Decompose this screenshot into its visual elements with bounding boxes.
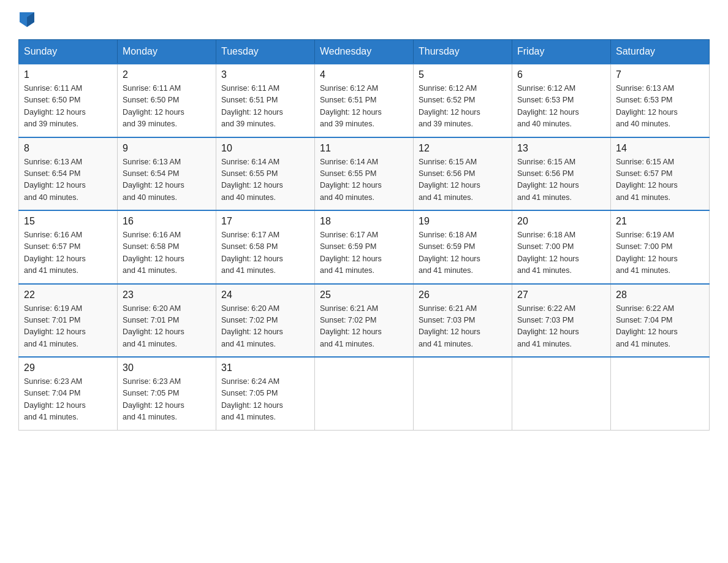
calendar-cell: 1 Sunrise: 6:11 AM Sunset: 6:50 PM Dayli… xyxy=(19,64,118,137)
day-info: Sunrise: 6:15 AM Sunset: 6:57 PM Dayligh… xyxy=(616,156,704,204)
day-number: 3 xyxy=(221,69,309,80)
calendar-cell xyxy=(414,357,512,430)
day-number: 14 xyxy=(616,143,704,154)
calendar-cell: 22 Sunrise: 6:19 AM Sunset: 7:01 PM Dayl… xyxy=(19,284,118,358)
day-number: 26 xyxy=(419,289,507,301)
calendar-cell: 6 Sunrise: 6:12 AM Sunset: 6:53 PM Dayli… xyxy=(512,64,611,137)
day-info: Sunrise: 6:16 AM Sunset: 6:58 PM Dayligh… xyxy=(123,229,211,277)
day-number: 22 xyxy=(24,289,112,301)
day-number: 27 xyxy=(517,289,605,301)
day-info: Sunrise: 6:18 AM Sunset: 7:00 PM Dayligh… xyxy=(517,229,605,277)
calendar-cell: 12 Sunrise: 6:15 AM Sunset: 6:56 PM Dayl… xyxy=(414,137,512,211)
header-tuesday: Tuesday xyxy=(216,40,315,64)
calendar-cell xyxy=(611,357,710,430)
day-number: 7 xyxy=(616,69,704,80)
day-info: Sunrise: 6:12 AM Sunset: 6:52 PM Dayligh… xyxy=(419,83,507,131)
day-number: 6 xyxy=(517,69,605,80)
day-number: 29 xyxy=(24,362,112,373)
calendar-cell: 31 Sunrise: 6:24 AM Sunset: 7:05 PM Dayl… xyxy=(216,357,315,430)
calendar-cell: 25 Sunrise: 6:21 AM Sunset: 7:02 PM Dayl… xyxy=(315,284,414,358)
day-number: 13 xyxy=(517,143,605,154)
logo-icon xyxy=(20,12,34,27)
day-number: 5 xyxy=(419,69,507,80)
week-row-3: 15 Sunrise: 6:16 AM Sunset: 6:57 PM Dayl… xyxy=(19,210,710,284)
calendar-cell: 4 Sunrise: 6:12 AM Sunset: 6:51 PM Dayli… xyxy=(315,64,414,137)
day-number: 9 xyxy=(123,143,211,154)
day-number: 17 xyxy=(221,216,309,227)
day-info: Sunrise: 6:14 AM Sunset: 6:55 PM Dayligh… xyxy=(320,156,408,204)
day-number: 16 xyxy=(123,216,211,227)
day-info: Sunrise: 6:13 AM Sunset: 6:53 PM Dayligh… xyxy=(616,83,704,131)
day-info: Sunrise: 6:20 AM Sunset: 7:02 PM Dayligh… xyxy=(221,303,309,351)
day-info: Sunrise: 6:14 AM Sunset: 6:55 PM Dayligh… xyxy=(221,156,309,204)
day-info: Sunrise: 6:17 AM Sunset: 6:58 PM Dayligh… xyxy=(221,229,309,277)
header-wednesday: Wednesday xyxy=(315,40,414,64)
day-number: 12 xyxy=(419,143,507,154)
day-number: 21 xyxy=(616,216,704,227)
calendar-cell: 3 Sunrise: 6:11 AM Sunset: 6:51 PM Dayli… xyxy=(216,64,315,137)
header-row: SundayMondayTuesdayWednesdayThursdayFrid… xyxy=(19,40,710,64)
calendar-cell xyxy=(512,357,611,430)
calendar-cell: 20 Sunrise: 6:18 AM Sunset: 7:00 PM Dayl… xyxy=(512,210,611,284)
day-number: 4 xyxy=(320,69,408,80)
calendar-cell: 9 Sunrise: 6:13 AM Sunset: 6:54 PM Dayli… xyxy=(118,137,216,211)
header-friday: Friday xyxy=(512,40,611,64)
day-info: Sunrise: 6:15 AM Sunset: 6:56 PM Dayligh… xyxy=(419,156,507,204)
header-thursday: Thursday xyxy=(414,40,512,64)
calendar-cell: 5 Sunrise: 6:12 AM Sunset: 6:52 PM Dayli… xyxy=(414,64,512,137)
header-sunday: Sunday xyxy=(19,40,118,64)
calendar-cell: 23 Sunrise: 6:20 AM Sunset: 7:01 PM Dayl… xyxy=(118,284,216,358)
day-number: 24 xyxy=(221,289,309,301)
day-number: 30 xyxy=(123,362,211,373)
day-info: Sunrise: 6:22 AM Sunset: 7:03 PM Dayligh… xyxy=(517,303,605,351)
day-number: 18 xyxy=(320,216,408,227)
calendar-cell: 27 Sunrise: 6:22 AM Sunset: 7:03 PM Dayl… xyxy=(512,284,611,358)
week-row-1: 1 Sunrise: 6:11 AM Sunset: 6:50 PM Dayli… xyxy=(19,64,710,137)
day-info: Sunrise: 6:23 AM Sunset: 7:04 PM Dayligh… xyxy=(24,376,112,424)
calendar-cell: 26 Sunrise: 6:21 AM Sunset: 7:03 PM Dayl… xyxy=(414,284,512,358)
day-info: Sunrise: 6:23 AM Sunset: 7:05 PM Dayligh… xyxy=(123,376,211,424)
day-number: 20 xyxy=(517,216,605,227)
calendar-cell: 29 Sunrise: 6:23 AM Sunset: 7:04 PM Dayl… xyxy=(19,357,118,430)
day-info: Sunrise: 6:12 AM Sunset: 6:53 PM Dayligh… xyxy=(517,83,605,131)
day-info: Sunrise: 6:24 AM Sunset: 7:05 PM Dayligh… xyxy=(221,376,309,424)
day-info: Sunrise: 6:11 AM Sunset: 6:51 PM Dayligh… xyxy=(221,83,309,131)
day-info: Sunrise: 6:12 AM Sunset: 6:51 PM Dayligh… xyxy=(320,83,408,131)
week-row-5: 29 Sunrise: 6:23 AM Sunset: 7:04 PM Dayl… xyxy=(19,357,710,430)
day-info: Sunrise: 6:16 AM Sunset: 6:57 PM Dayligh… xyxy=(24,229,112,277)
logo xyxy=(18,12,37,27)
day-info: Sunrise: 6:22 AM Sunset: 7:04 PM Dayligh… xyxy=(616,303,704,351)
day-info: Sunrise: 6:19 AM Sunset: 7:00 PM Dayligh… xyxy=(616,229,704,277)
day-number: 28 xyxy=(616,289,704,301)
calendar-cell: 28 Sunrise: 6:22 AM Sunset: 7:04 PM Dayl… xyxy=(611,284,710,358)
calendar-cell: 30 Sunrise: 6:23 AM Sunset: 7:05 PM Dayl… xyxy=(118,357,216,430)
day-info: Sunrise: 6:11 AM Sunset: 6:50 PM Dayligh… xyxy=(123,83,211,131)
calendar-cell: 18 Sunrise: 6:17 AM Sunset: 6:59 PM Dayl… xyxy=(315,210,414,284)
calendar-cell: 24 Sunrise: 6:20 AM Sunset: 7:02 PM Dayl… xyxy=(216,284,315,358)
day-number: 11 xyxy=(320,143,408,154)
calendar-cell: 15 Sunrise: 6:16 AM Sunset: 6:57 PM Dayl… xyxy=(19,210,118,284)
day-number: 25 xyxy=(320,289,408,301)
day-info: Sunrise: 6:19 AM Sunset: 7:01 PM Dayligh… xyxy=(24,303,112,351)
day-number: 15 xyxy=(24,216,112,227)
calendar-cell: 13 Sunrise: 6:15 AM Sunset: 6:56 PM Dayl… xyxy=(512,137,611,211)
day-number: 2 xyxy=(123,69,211,80)
week-row-2: 8 Sunrise: 6:13 AM Sunset: 6:54 PM Dayli… xyxy=(19,137,710,211)
day-info: Sunrise: 6:21 AM Sunset: 7:03 PM Dayligh… xyxy=(419,303,507,351)
calendar-cell: 17 Sunrise: 6:17 AM Sunset: 6:58 PM Dayl… xyxy=(216,210,315,284)
day-info: Sunrise: 6:21 AM Sunset: 7:02 PM Dayligh… xyxy=(320,303,408,351)
day-number: 23 xyxy=(123,289,211,301)
calendar-cell: 11 Sunrise: 6:14 AM Sunset: 6:55 PM Dayl… xyxy=(315,137,414,211)
day-info: Sunrise: 6:17 AM Sunset: 6:59 PM Dayligh… xyxy=(320,229,408,277)
calendar-cell: 10 Sunrise: 6:14 AM Sunset: 6:55 PM Dayl… xyxy=(216,137,315,211)
day-number: 1 xyxy=(24,69,112,80)
day-number: 31 xyxy=(221,362,309,373)
calendar-cell: 14 Sunrise: 6:15 AM Sunset: 6:57 PM Dayl… xyxy=(611,137,710,211)
day-info: Sunrise: 6:18 AM Sunset: 6:59 PM Dayligh… xyxy=(419,229,507,277)
day-info: Sunrise: 6:13 AM Sunset: 6:54 PM Dayligh… xyxy=(123,156,211,204)
header-saturday: Saturday xyxy=(611,40,710,64)
calendar-cell: 8 Sunrise: 6:13 AM Sunset: 6:54 PM Dayli… xyxy=(19,137,118,211)
day-info: Sunrise: 6:15 AM Sunset: 6:56 PM Dayligh… xyxy=(517,156,605,204)
page-header xyxy=(18,12,710,27)
calendar-cell: 19 Sunrise: 6:18 AM Sunset: 6:59 PM Dayl… xyxy=(414,210,512,284)
